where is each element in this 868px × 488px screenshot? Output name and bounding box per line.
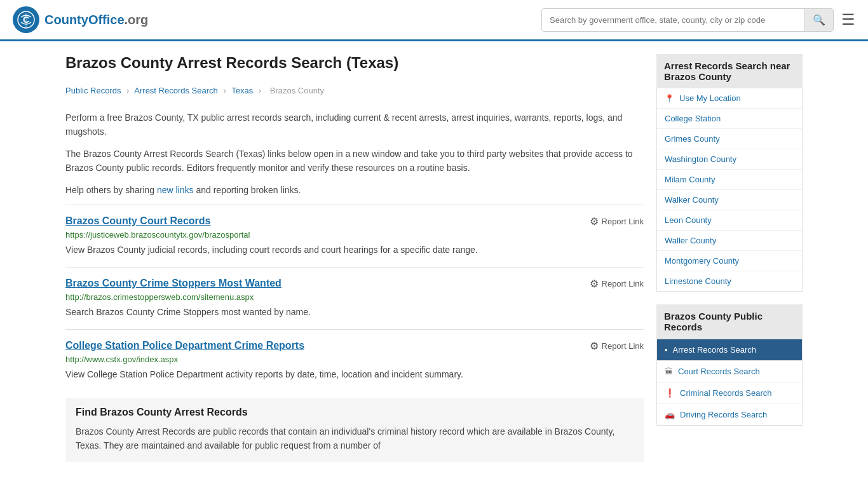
court-icon: 🏛: [665, 367, 673, 376]
result-title-3[interactable]: College Station Police Department Crime …: [65, 340, 304, 351]
result-desc-3: View College Station Police Department a…: [65, 368, 644, 381]
breadcrumb: Public Records › Arrest Records Search ›…: [65, 81, 644, 100]
result-card-2: Brazos County Crime Stoppers Most Wanted…: [65, 267, 644, 329]
nearby-grimes-county[interactable]: Grimes County: [657, 129, 802, 149]
nearby-milam-county[interactable]: Milam County: [657, 170, 802, 190]
pub-records-list: ▪ Arrest Records Search 🏛 Court Records …: [656, 339, 803, 426]
content-area: Brazos County Arrest Records Search (Tex…: [65, 54, 644, 462]
description-3: Help others by sharing new links and rep…: [65, 183, 644, 197]
result-title-1[interactable]: Brazos County Court Records: [65, 215, 210, 227]
header-right: 🔍 ☰: [541, 8, 855, 32]
report-icon-3: ⚙: [590, 340, 599, 352]
result-url-3[interactable]: http://www.cstx.gov/index.aspx: [65, 355, 644, 364]
pub-record-court[interactable]: 🏛 Court Records Search: [657, 361, 802, 383]
result-url-2[interactable]: http://brazos.crimestoppersweb.com/sitem…: [65, 292, 644, 302]
nearby-section: Arrest Records Search near Brazos County…: [656, 54, 803, 292]
breadcrumb-public-records[interactable]: Public Records: [65, 86, 121, 95]
find-section: Find Brazos County Arrest Records Brazos…: [65, 398, 644, 462]
find-desc: Brazos County Arrest Records are public …: [76, 424, 634, 453]
nearby-use-location[interactable]: 📍 Use My Location: [657, 88, 802, 109]
pub-record-criminal[interactable]: ❗ Criminal Records Search: [657, 383, 802, 404]
search-button[interactable]: 🔍: [804, 9, 833, 31]
driving-icon: 🚗: [665, 410, 675, 419]
search-input[interactable]: [542, 10, 804, 30]
logo-name: CountyOffice: [44, 13, 125, 27]
report-icon-1: ⚙: [590, 215, 599, 227]
nearby-title: Arrest Records Search near Brazos County: [656, 54, 803, 88]
hamburger-menu[interactable]: ☰: [841, 11, 855, 29]
nearby-waller-county[interactable]: Waller County: [657, 231, 802, 251]
main-container: Brazos County Arrest Records Search (Tex…: [53, 41, 815, 475]
find-title: Find Brazos County Arrest Records: [76, 407, 634, 418]
logo-area: C CountyOffice.org: [13, 6, 148, 33]
logo-icon: C: [13, 6, 39, 33]
result-url-1[interactable]: https://justiceweb.brazoscountytx.gov/br…: [65, 230, 644, 240]
description-1: Perform a free Brazos County, TX public …: [65, 111, 644, 139]
pub-record-driving[interactable]: 🚗 Driving Records Search: [657, 404, 802, 425]
location-icon: 📍: [665, 94, 674, 103]
nearby-limestone-county[interactable]: Limestone County: [657, 271, 802, 291]
nearby-college-station[interactable]: College Station: [657, 109, 802, 129]
nearby-montgomery-county[interactable]: Montgomery County: [657, 251, 802, 271]
breadcrumb-current: Brazos County: [270, 86, 324, 95]
breadcrumb-texas[interactable]: Texas: [231, 86, 253, 95]
breadcrumb-arrest-records[interactable]: Arrest Records Search: [134, 86, 218, 95]
header: C CountyOffice.org 🔍 ☰: [0, 0, 868, 41]
search-bar: 🔍: [541, 8, 834, 32]
criminal-icon: ❗: [665, 388, 675, 398]
pub-record-arrest[interactable]: ▪ Arrest Records Search: [657, 339, 802, 361]
result-desc-1: View Brazos County judicial records, inc…: [65, 243, 644, 257]
new-links-link[interactable]: new links: [157, 185, 194, 195]
result-desc-2: Search Brazos County Crime Stoppers most…: [65, 306, 644, 319]
report-link-1[interactable]: ⚙ Report Link: [590, 215, 644, 227]
logo-text: CountyOffice.org: [44, 13, 148, 27]
nearby-washington-county[interactable]: Washington County: [657, 149, 802, 170]
pub-records-section: Brazos County Public Records ▪ Arrest Re…: [656, 304, 803, 426]
report-link-2[interactable]: ⚙ Report Link: [590, 278, 644, 290]
result-card-3: College Station Police Department Crime …: [65, 329, 644, 391]
report-link-3[interactable]: ⚙ Report Link: [590, 340, 644, 352]
sidebar: Arrest Records Search near Brazos County…: [656, 54, 803, 462]
pub-records-title: Brazos County Public Records: [656, 304, 803, 339]
nearby-leon-county[interactable]: Leon County: [657, 210, 802, 231]
use-location-link[interactable]: Use My Location: [679, 93, 741, 103]
nearby-links: 📍 Use My Location College Station Grimes…: [656, 88, 803, 292]
result-card-1: Brazos County Court Records ⚙ Report Lin…: [65, 205, 644, 267]
result-title-2[interactable]: Brazos County Crime Stoppers Most Wanted: [65, 278, 281, 289]
description-2: The Brazos County Arrest Records Search …: [65, 147, 644, 175]
page-title: Brazos County Arrest Records Search (Tex…: [65, 54, 644, 72]
arrest-icon: ▪: [665, 345, 668, 355]
report-icon-2: ⚙: [590, 278, 599, 290]
nearby-walker-county[interactable]: Walker County: [657, 190, 802, 210]
